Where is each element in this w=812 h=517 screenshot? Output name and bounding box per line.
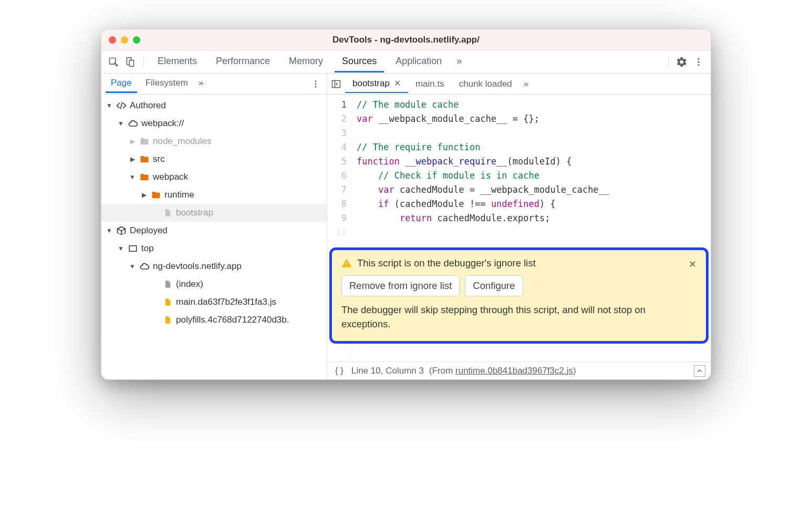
file-icon <box>162 315 173 325</box>
svg-point-8 <box>315 86 317 87</box>
package-icon <box>116 225 127 236</box>
svg-point-3 <box>698 58 699 59</box>
svg-point-7 <box>315 83 317 85</box>
device-toggle-icon[interactable] <box>123 55 137 69</box>
remove-from-ignore-list-button[interactable]: Remove from ignore list <box>341 275 460 296</box>
warning-icon <box>341 258 352 268</box>
svg-rect-2 <box>129 60 133 66</box>
more-tabs-chevron[interactable]: » <box>453 51 465 73</box>
tab-performance[interactable]: Performance <box>209 51 277 73</box>
source-map-link[interactable]: runtime.0b841bad3967f3c2.js <box>455 366 573 376</box>
tree-src[interactable]: ▶ src <box>101 150 327 168</box>
svg-rect-9 <box>129 246 137 252</box>
sidebar-tab-filesystem[interactable]: Filesystem <box>140 75 193 93</box>
tab-elements[interactable]: Elements <box>150 51 204 73</box>
maximize-window-button[interactable] <box>133 36 140 44</box>
file-icon <box>162 297 173 307</box>
svg-point-6 <box>315 80 317 82</box>
minimize-window-button[interactable] <box>121 36 128 44</box>
sidebar-kebab-icon[interactable] <box>309 77 322 91</box>
tree-webpack-folder[interactable]: ▼ webpack <box>101 168 327 186</box>
cloud-icon <box>139 261 150 272</box>
tree-domain[interactable]: ▼ ng-devtools.netlify.app <box>101 257 327 275</box>
tree-top[interactable]: ▼ top <box>101 240 327 257</box>
kebab-menu-icon[interactable] <box>692 55 705 69</box>
editor-pane: bootstrap ✕ main.ts chunk loaded » 12345… <box>327 74 711 379</box>
file-tree: ▼ Authored ▼ webpack:// ▶ node_modules ▶ <box>101 95 327 379</box>
window-title: DevTools - ng-devtools.netlify.app/ <box>140 35 672 45</box>
gear-icon[interactable] <box>675 55 689 69</box>
tree-bootstrap[interactable]: bootstrap <box>101 204 327 222</box>
tree-group-deployed[interactable]: ▼ Deployed <box>101 222 327 240</box>
folder-icon <box>139 172 150 182</box>
configure-button[interactable]: Configure <box>465 275 523 296</box>
code-icon <box>116 100 127 111</box>
editor-more-tabs-chevron[interactable]: » <box>519 76 533 92</box>
banner-title: This script is on the debugger's ignore … <box>357 257 536 269</box>
panel-tabs: Elements Performance Memory Sources Appl… <box>150 51 465 73</box>
devtools-window: DevTools - ng-devtools.netlify.app/ Elem… <box>101 29 711 380</box>
inspect-icon[interactable] <box>107 55 120 69</box>
folder-icon <box>139 136 150 147</box>
tree-polyfills[interactable]: polyfills.4c768d7122740d3b. <box>101 311 327 329</box>
editor-tab-chunk-loaded[interactable]: chunk loaded <box>452 76 519 92</box>
svg-point-4 <box>698 61 699 63</box>
ignore-list-banner: ✕ This script is on the debugger's ignor… <box>329 247 709 344</box>
editor-tab-bootstrap[interactable]: bootstrap ✕ <box>345 75 408 93</box>
cloud-icon <box>128 118 138 129</box>
svg-point-5 <box>698 64 699 66</box>
tree-runtime[interactable]: ▶ runtime <box>101 186 327 204</box>
main-toolbar: Elements Performance Memory Sources Appl… <box>101 50 711 74</box>
show-drawer-icon[interactable] <box>694 365 705 377</box>
folder-icon <box>139 154 150 164</box>
sidebar-tab-page[interactable]: Page <box>106 75 137 93</box>
tab-application[interactable]: Application <box>388 51 449 73</box>
tree-group-authored[interactable]: ▼ Authored <box>101 97 327 115</box>
tab-memory[interactable]: Memory <box>282 51 330 73</box>
close-window-button[interactable] <box>109 36 116 44</box>
toggle-navigator-icon[interactable] <box>327 79 345 89</box>
banner-description: The debugger will skip stepping through … <box>341 303 696 332</box>
titlebar: DevTools - ng-devtools.netlify.app/ <box>101 29 711 50</box>
tab-sources[interactable]: Sources <box>335 51 384 73</box>
cursor-position: Line 10, Column 3 <box>351 366 424 376</box>
editor-tabs: bootstrap ✕ main.ts chunk loaded » <box>327 74 711 95</box>
close-icon[interactable]: ✕ <box>394 78 401 88</box>
source-map-from: (From runtime.0b841bad3967f3c2.js) <box>429 366 576 376</box>
tree-index[interactable]: (index) <box>101 275 327 293</box>
close-icon[interactable]: ✕ <box>689 258 696 270</box>
frame-icon <box>128 243 138 254</box>
folder-icon <box>151 190 161 200</box>
sidebar-more-chevron[interactable]: » <box>196 75 205 93</box>
code-editor[interactable]: 12345678910 // The module cache var __we… <box>327 95 711 361</box>
editor-tab-main-ts[interactable]: main.ts <box>408 76 452 92</box>
tree-webpack-root[interactable]: ▼ webpack:// <box>101 115 327 132</box>
sources-sidebar: Page Filesystem » ▼ Authored ▼ webpack:/… <box>101 74 327 379</box>
pretty-print-icon[interactable]: { } <box>332 366 346 376</box>
file-icon <box>162 208 173 218</box>
status-bar: { } Line 10, Column 3 (From runtime.0b84… <box>327 361 711 379</box>
file-icon <box>162 279 173 289</box>
tree-mainjs[interactable]: main.da63f7b2fe3f1fa3.js <box>101 293 327 311</box>
tree-node-modules[interactable]: ▶ node_modules <box>101 132 327 150</box>
traffic-lights <box>109 36 140 44</box>
